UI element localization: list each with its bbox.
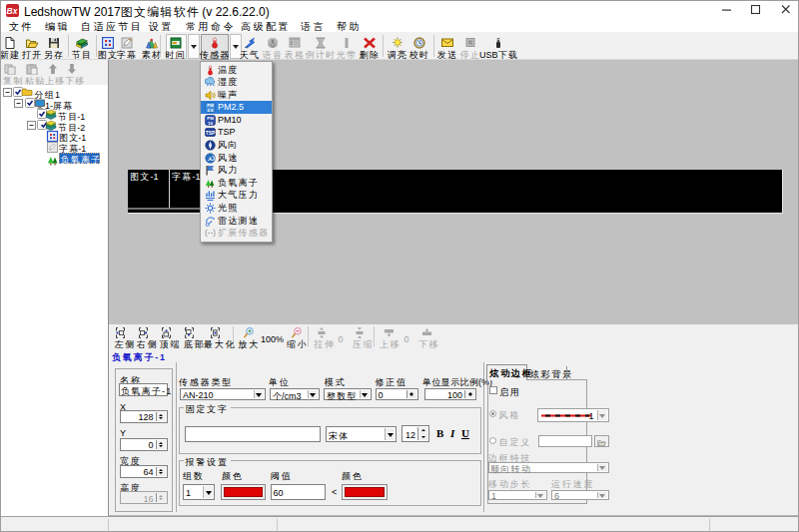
svg-text:2.5: 2.5 — [207, 108, 214, 113]
svg-text:10: 10 — [208, 120, 213, 125]
svg-text:Bx: Bx — [7, 6, 19, 16]
svg-text:TSP: TSP — [206, 130, 216, 136]
